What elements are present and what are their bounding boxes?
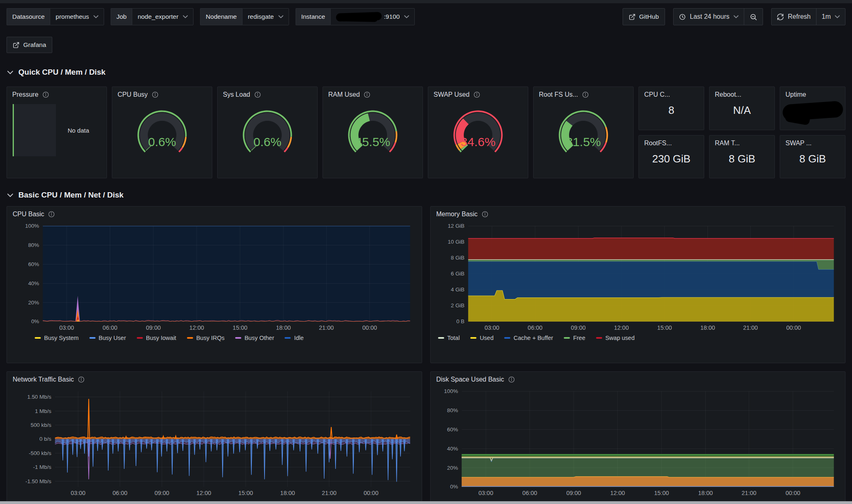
svg-text:03:00: 03:00: [478, 490, 493, 496]
nodename-select[interactable]: redisgate: [242, 8, 289, 25]
info-icon[interactable]: [582, 91, 589, 98]
panel-title-text: SWAP Used: [434, 91, 469, 98]
svg-text:03:00: 03:00: [71, 490, 85, 496]
panel-title-pressure[interactable]: Pressure: [7, 87, 107, 100]
section-quick-cpu-mem-disk[interactable]: Quick CPU / Mem / Disk: [7, 68, 845, 77]
panel-title-reboot[interactable]: Reboot...: [710, 87, 774, 100]
panel-title-rootfs-total[interactable]: RootFS...: [639, 135, 704, 149]
panel-title-cpu-basic[interactable]: CPU Basic: [13, 206, 416, 218]
chevron-down-icon: [93, 15, 98, 18]
svg-text:18:00: 18:00: [280, 490, 295, 496]
panel-title-ram-used[interactable]: RAM Used: [323, 87, 423, 100]
refresh-interval-picker[interactable]: 1m: [816, 9, 845, 25]
panel-title-root-fs-used[interactable]: Root FS Us...: [534, 87, 633, 100]
panel-title-sys-load[interactable]: Sys Load: [218, 87, 317, 100]
info-icon[interactable]: [254, 91, 261, 98]
panel-title-text: SWAP ...: [785, 140, 812, 147]
panel-title-swap-total[interactable]: SWAP ...: [780, 135, 845, 149]
svg-text:12:00: 12:00: [610, 490, 625, 496]
info-icon[interactable]: [78, 376, 85, 383]
svg-text:500 kb/s: 500 kb/s: [31, 422, 51, 428]
legend-item[interactable]: Idle: [285, 335, 303, 341]
legend-item[interactable]: Busy Iowait: [137, 335, 176, 341]
svg-text:4 GiB: 4 GiB: [451, 286, 465, 293]
toolbar-right: GitHub Last 24 hours Refresh 1m: [623, 8, 845, 25]
zoom-out-time-button[interactable]: [744, 9, 763, 25]
job-select[interactable]: node_exporter: [132, 8, 194, 25]
panel-title-disk-space[interactable]: Disk Space Used Basic: [436, 372, 840, 383]
cpu-busy-gauge[interactable]: 0.6%: [118, 102, 206, 164]
panel-title-uptime[interactable]: Uptime: [780, 87, 845, 100]
panel-title-cpu-busy[interactable]: CPU Busy: [112, 87, 212, 100]
svg-text:09:00: 09:00: [571, 324, 585, 331]
disk-space-chart[interactable]: 0%20%40%60%80%100%03:0006:0009:0012:0015…: [436, 388, 840, 497]
sys-load-gauge[interactable]: 0.6%: [224, 102, 311, 164]
section-basic-cpu-mem-net-disk[interactable]: Basic CPU / Mem / Net / Disk: [7, 191, 845, 200]
svg-text:06:00: 06:00: [522, 490, 537, 496]
time-range-picker[interactable]: Last 24 hours: [674, 9, 744, 25]
info-icon[interactable]: [48, 211, 55, 218]
legend-item[interactable]: Busy IRQs: [187, 335, 225, 341]
no-data-text: No data: [56, 127, 101, 134]
horizontal-scrollbar[interactable]: [0, 501, 852, 504]
svg-text:34.6%: 34.6%: [460, 135, 495, 149]
info-icon[interactable]: [42, 91, 49, 98]
grafana-link-button[interactable]: Grafana: [7, 37, 52, 53]
variable-label: Nodename: [200, 8, 242, 25]
panel-title-text: Sys Load: [223, 91, 250, 98]
section-title: Basic CPU / Mem / Net / Disk: [18, 191, 124, 200]
panel-reboot: Reboot... N/A: [709, 87, 775, 130]
dashboard: Datasource prometheus Job node_exporter …: [0, 3, 852, 504]
variable-nodename[interactable]: Nodename redisgate: [200, 8, 289, 25]
info-icon[interactable]: [482, 211, 488, 218]
svg-text:09:00: 09:00: [566, 490, 581, 496]
grafana-label: Grafana: [23, 41, 46, 49]
svg-text:60%: 60%: [28, 261, 39, 267]
panel-title-cpu-cores[interactable]: CPU C...: [639, 87, 704, 100]
info-icon[interactable]: [474, 91, 480, 98]
panel-title-text: RootFS...: [644, 140, 672, 147]
legend-item[interactable]: Busy User: [89, 335, 126, 341]
time-picker-group: Last 24 hours: [673, 8, 763, 25]
legend-item[interactable]: Used: [470, 335, 494, 341]
datasource-select[interactable]: prometheus: [50, 8, 104, 25]
variable-value: node_exporter: [138, 13, 178, 20]
redacted-uptime-value: [782, 101, 843, 121]
panel-swap-total: SWAP ... 8 GiB: [780, 135, 845, 179]
legend-item[interactable]: Swap used: [596, 335, 635, 341]
svg-text:00:00: 00:00: [364, 490, 378, 496]
stat-value: N/A: [710, 104, 774, 117]
info-icon[interactable]: [152, 91, 158, 98]
legend-item[interactable]: Free: [564, 335, 585, 341]
legend-item[interactable]: Cache + Buffer: [504, 335, 553, 341]
info-icon[interactable]: [508, 376, 515, 383]
github-link-button[interactable]: GitHub: [623, 8, 665, 25]
panel-title-memory-basic[interactable]: Memory Basic: [436, 206, 840, 218]
legend-item[interactable]: Busy System: [35, 335, 79, 341]
panel-title-swap-used[interactable]: SWAP Used: [428, 87, 528, 100]
panel-title-ram-total[interactable]: RAM T...: [710, 135, 774, 149]
ram-used-gauge[interactable]: 45.5%: [329, 102, 416, 164]
legend-label: Busy Other: [245, 335, 274, 341]
memory-basic-chart[interactable]: 0 B2 GiB4 GiB6 GiB8 GiB10 GiB12 GiB03:00…: [436, 223, 840, 332]
svg-text:21:00: 21:00: [322, 490, 336, 496]
series-color-chip: [35, 337, 41, 339]
charts-row-2: Network Traffic Basic 1.50 Mb/s1 Mb/s500…: [7, 371, 845, 504]
cpu-basic-chart[interactable]: 0%20%40%60%80%100%03:0006:0009:0012:0015…: [13, 223, 416, 332]
variable-job[interactable]: Job node_exporter: [111, 8, 194, 25]
swap-used-gauge[interactable]: 34.6%: [434, 102, 522, 164]
instance-select[interactable]: :9100: [330, 8, 415, 25]
pressure-body[interactable]: No data: [7, 100, 107, 156]
refresh-button[interactable]: Refresh: [772, 9, 816, 25]
variable-datasource[interactable]: Datasource prometheus: [7, 8, 104, 25]
svg-text:20%: 20%: [447, 465, 458, 471]
series-color-chip: [596, 337, 602, 339]
root-fs-gauge[interactable]: 31.5%: [540, 102, 627, 164]
panel-title-network-traffic[interactable]: Network Traffic Basic: [13, 372, 416, 383]
variable-instance[interactable]: Instance :9100: [296, 8, 415, 25]
legend-item[interactable]: Busy Other: [235, 335, 274, 341]
svg-text:8 GiB: 8 GiB: [451, 255, 465, 261]
info-icon[interactable]: [364, 91, 370, 98]
legend-item[interactable]: Total: [438, 335, 460, 341]
network-traffic-chart[interactable]: 1.50 Mb/s1 Mb/s500 kb/s0 b/s-500 kb/s-1 …: [13, 388, 416, 497]
